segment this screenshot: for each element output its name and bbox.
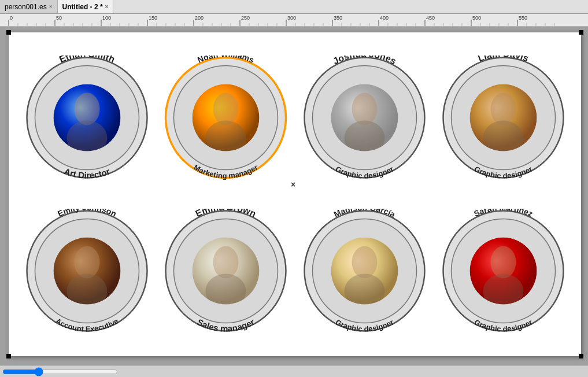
svg-text:100: 100 — [102, 15, 111, 21]
badge-svg-emily-johnson: Emily JohnsonAccount Executive — [25, 209, 149, 333]
tab-person001[interactable]: person001.es × — [0, 0, 58, 13]
badge-item-emma-brown[interactable]: Emma BrownSales manager — [159, 197, 292, 345]
svg-text:500: 500 — [472, 15, 481, 21]
document: × Ethan SmithArt DirectorNoah WilliamsMa… — [9, 32, 581, 356]
badge-item-joshua-jones[interactable]: Joshua JonesGraphic designer — [298, 44, 431, 191]
svg-text:300: 300 — [287, 15, 296, 21]
badge-svg-joshua-jones: Joshua JonesGraphic designer — [302, 56, 427, 180]
svg-point-93 — [352, 93, 377, 125]
svg-text:0: 0 — [10, 15, 13, 21]
svg-point-133 — [490, 246, 516, 279]
svg-text:50: 50 — [56, 15, 62, 21]
badge-svg-liam-davis: Liam DavisGraphic designer — [441, 56, 565, 180]
svg-point-117 — [213, 246, 238, 279]
handle-bottom-left[interactable] — [6, 354, 11, 358]
svg-point-77 — [74, 93, 99, 125]
tab-label-untitled: Untitled - 2 * — [62, 3, 103, 11]
badge-item-sarah-martinez[interactable]: Sarah MartínezGraphic designer — [437, 197, 569, 345]
svg-text:550: 550 — [519, 15, 527, 21]
badge-item-emily-johnson[interactable]: Emily JohnsonAccount Executive — [20, 197, 153, 345]
svg-point-125 — [352, 246, 377, 279]
badge-svg-ethan-smith: Ethan SmithArt Director — [25, 56, 149, 180]
horizontal-scrollbar[interactable] — [2, 367, 118, 376]
svg-point-85 — [213, 93, 238, 125]
svg-text:200: 200 — [195, 15, 204, 21]
tab-label: person001.es — [5, 3, 47, 11]
badge-svg-noah-williams: Noah WilliamsMarketing manager — [164, 56, 288, 180]
badge-item-madison-garcia[interactable]: Madison GarcíaGraphic designer — [298, 197, 431, 345]
tab-close-untitled[interactable]: × — [105, 3, 109, 10]
ruler: // Will be rendered below 05010015020025… — [0, 14, 588, 27]
scrollbar-area[interactable] — [0, 365, 588, 377]
svg-text:250: 250 — [241, 15, 250, 21]
handle-top-right[interactable] — [579, 30, 583, 35]
badge-item-liam-davis[interactable]: Liam DavisGraphic designer — [437, 44, 569, 191]
svg-text:150: 150 — [149, 15, 157, 21]
tab-untitled[interactable]: Untitled - 2 * × — [58, 0, 114, 13]
canvas-area: × Ethan SmithArt DirectorNoah WilliamsMa… — [0, 27, 588, 365]
tab-close-person001[interactable]: × — [49, 3, 53, 10]
badge-svg-sarah-martinez: Sarah MartínezGraphic designer — [441, 209, 565, 333]
svg-point-101 — [490, 93, 516, 125]
svg-text:400: 400 — [380, 15, 389, 21]
badge-svg-madison-garcia: Madison GarcíaGraphic designer — [302, 209, 427, 333]
ruler-svg: // Will be rendered below 05010015020025… — [0, 14, 588, 27]
badge-item-noah-williams[interactable]: Noah WilliamsMarketing manager — [159, 44, 292, 191]
handle-top-left[interactable] — [6, 30, 11, 35]
handle-bottom-right[interactable] — [579, 354, 583, 358]
svg-point-109 — [74, 246, 99, 279]
badges-grid: Ethan SmithArt DirectorNoah WilliamsMark… — [9, 32, 581, 356]
titlebar: person001.es × Untitled - 2 * × — [0, 0, 588, 14]
svg-text:350: 350 — [334, 15, 342, 21]
badge-svg-emma-brown: Emma BrownSales manager — [164, 209, 288, 333]
badge-item-ethan-smith[interactable]: Ethan SmithArt Director — [20, 44, 153, 191]
svg-text:450: 450 — [426, 15, 435, 21]
selection-x-marker: × — [291, 180, 295, 189]
